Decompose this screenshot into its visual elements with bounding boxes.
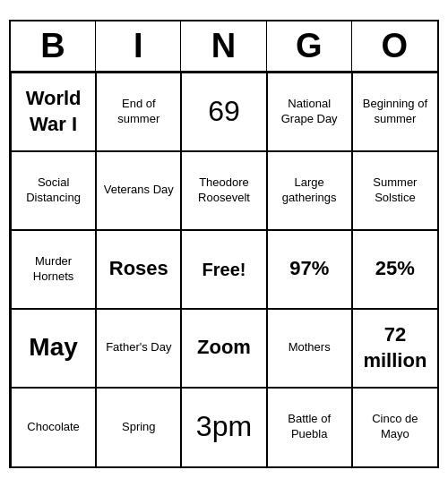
bingo-cell-11: Roses	[96, 230, 181, 309]
bingo-cell-15: May	[11, 309, 96, 388]
bingo-cell-21: Spring	[96, 388, 181, 466]
bingo-cell-7: Theodore Roosevelt	[181, 151, 266, 230]
bingo-cell-9: Summer Solstice	[352, 151, 437, 230]
bingo-grid: World War IEnd of summer69National Grape…	[11, 73, 437, 466]
header-letter-O: O	[352, 21, 437, 71]
bingo-cell-17: Zoom	[181, 309, 266, 388]
bingo-cell-4: Beginning of summer	[352, 73, 437, 151]
bingo-cell-20: Chocolate	[11, 388, 96, 466]
bingo-cell-14: 25%	[352, 230, 437, 309]
bingo-cell-2: 69	[181, 73, 266, 151]
bingo-cell-16: Father's Day	[96, 309, 181, 388]
bingo-cell-12: Free!	[181, 230, 266, 309]
bingo-cell-24: Cinco de Mayo	[352, 388, 437, 466]
bingo-cell-6: Veterans Day	[96, 151, 181, 230]
bingo-card: BINGO World War IEnd of summer69National…	[9, 20, 439, 468]
bingo-cell-3: National Grape Day	[267, 73, 352, 151]
bingo-cell-13: 97%	[267, 230, 352, 309]
bingo-cell-23: Battle of Puebla	[267, 388, 352, 466]
bingo-cell-19: 72 million	[352, 309, 437, 388]
bingo-header: BINGO	[11, 21, 437, 73]
header-letter-I: I	[96, 21, 181, 71]
header-letter-N: N	[181, 21, 266, 71]
bingo-cell-18: Mothers	[267, 309, 352, 388]
bingo-cell-22: 3pm	[181, 388, 266, 466]
bingo-cell-5: Social Distancing	[11, 151, 96, 230]
bingo-cell-0: World War I	[11, 73, 96, 151]
bingo-cell-8: Large gatherings	[267, 151, 352, 230]
header-letter-B: B	[11, 21, 96, 71]
bingo-cell-10: Murder Hornets	[11, 230, 96, 309]
header-letter-G: G	[267, 21, 352, 71]
bingo-cell-1: End of summer	[96, 73, 181, 151]
